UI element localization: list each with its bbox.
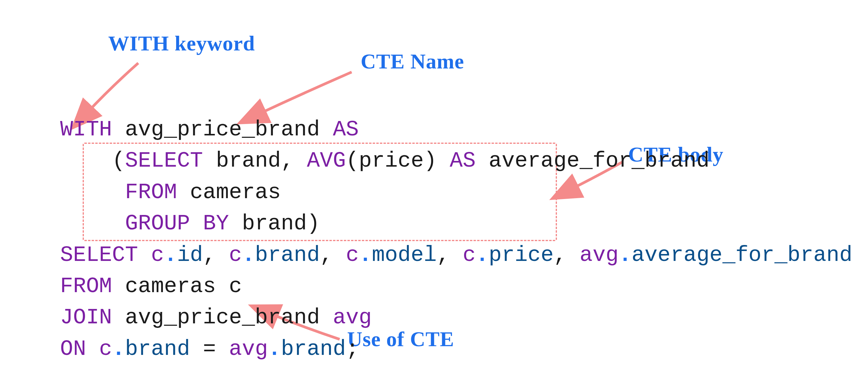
indent-l3 <box>60 180 125 205</box>
qual-c-1: c <box>151 243 164 268</box>
comma-1: , <box>281 148 294 173</box>
kw-with: WITH <box>60 117 112 142</box>
comma-5: , <box>554 243 566 268</box>
qual-c-4: c <box>463 243 476 268</box>
dot-6: . <box>112 337 125 362</box>
col-model: model <box>372 243 437 268</box>
tbl-avg-price-brand: avg_price_brand <box>125 305 320 330</box>
alias-avg-for-brand: average_for_brand <box>489 148 710 173</box>
sql-code: WITH avg_price_brand AS (SELECT brand, A… <box>60 114 852 365</box>
code-line-7: JOIN avg_price_brand avg <box>60 305 372 330</box>
fn-avg: AVG <box>307 148 346 173</box>
dot-4: . <box>476 243 489 268</box>
qual-c-5: c <box>99 337 112 362</box>
code-line-3: FROM cameras <box>60 180 281 205</box>
kw-as: AS <box>333 117 359 142</box>
kw-select-main: SELECT <box>60 243 138 268</box>
eq-op: = <box>203 337 216 362</box>
qual-c-2: c <box>229 243 242 268</box>
kw-select-cte: SELECT <box>125 148 203 173</box>
kw-as-2: AS <box>450 148 475 173</box>
comma-4: , <box>437 243 450 268</box>
paren-close-1: ) <box>307 211 320 236</box>
tbl-cameras-cte: cameras <box>190 180 281 205</box>
diagram-canvas: WITH keyword CTE Name CTE body Use of CT… <box>0 0 868 372</box>
paren-close-2: ) <box>424 148 437 173</box>
comma-3: , <box>320 243 333 268</box>
tbl-cameras: cameras <box>125 274 216 299</box>
paren-open-1: ( <box>112 148 125 173</box>
kw-on: ON <box>60 337 86 362</box>
code-line-4: GROUP BY brand) <box>60 211 320 236</box>
semicolon: ; <box>346 337 359 362</box>
col-price-1: price <box>359 148 424 173</box>
col-brand-5: brand <box>281 337 346 362</box>
dot-2: . <box>242 243 255 268</box>
dot-1: . <box>164 243 177 268</box>
alias-c: c <box>229 274 242 299</box>
code-line-2: (SELECT brand, AVG(price) AS average_for… <box>60 148 710 173</box>
paren-open-2: ( <box>346 148 359 173</box>
kw-from-main: FROM <box>60 274 112 299</box>
cte-name: avg_price_brand <box>125 117 320 142</box>
arrow-with-keyword <box>78 60 150 117</box>
qual-avg-3: avg <box>229 337 268 362</box>
alias-avg-2: avg <box>333 305 372 330</box>
kw-group: GROUP <box>125 211 190 236</box>
code-line-6: FROM cameras c <box>60 274 242 299</box>
kw-from-cte: FROM <box>125 180 177 205</box>
col-avg-for-brand: average_for_brand <box>631 243 852 268</box>
kw-join: JOIN <box>60 305 112 330</box>
indent-l4 <box>60 211 125 236</box>
dot-7: . <box>268 337 281 362</box>
col-price-2: price <box>489 243 554 268</box>
col-id: id <box>177 243 203 268</box>
dot-3: . <box>359 243 372 268</box>
col-brand-4: brand <box>125 337 190 362</box>
comma-2: , <box>203 243 216 268</box>
kw-by: BY <box>203 211 229 236</box>
dot-5: . <box>619 243 631 268</box>
indent-l2 <box>60 148 112 173</box>
col-brand-1: brand <box>216 148 281 173</box>
code-line-8: ON c.brand = avg.brand; <box>60 337 359 362</box>
code-line-5: SELECT c.id, c.brand, c.model, c.price, … <box>60 243 852 268</box>
annot-with-keyword: WITH keyword <box>108 32 255 56</box>
arrow-cte-name <box>249 69 358 120</box>
col-brand-2: brand <box>242 211 307 236</box>
qual-avg: avg <box>580 243 619 268</box>
code-line-1: WITH avg_price_brand AS <box>60 117 359 142</box>
col-brand-3: brand <box>255 243 320 268</box>
annot-cte-name: CTE Name <box>361 49 464 74</box>
qual-c-3: c <box>346 243 359 268</box>
